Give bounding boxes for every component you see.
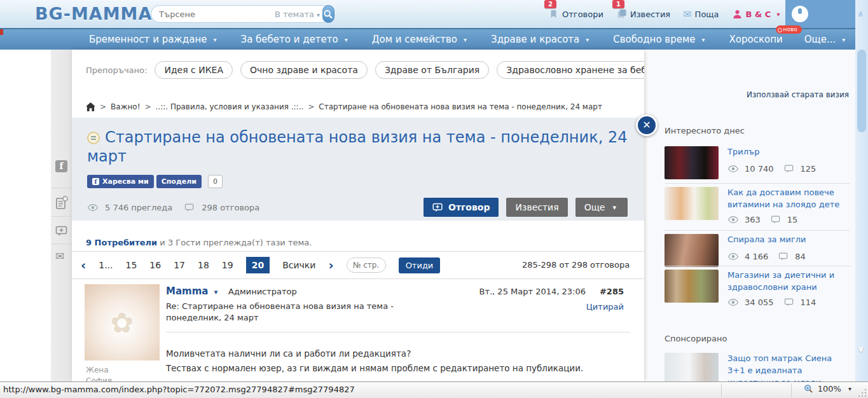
fb-share-button[interactable]: Сподели (156, 175, 202, 188)
prev-page-icon[interactable]: ‹ (81, 259, 86, 271)
page-15[interactable]: 15 (126, 260, 137, 270)
search-scope-label: В темата (275, 10, 314, 19)
divider (72, 278, 644, 279)
thumbnail-thriller[interactable] (665, 146, 719, 179)
menu-notifications[interactable]: 1 Известия (616, 9, 670, 19)
eye-icon (87, 203, 99, 212)
hand-icon[interactable] (792, 6, 808, 22)
replies-count-badge: 2 (544, 0, 556, 8)
scroll-up-icon[interactable]: ∧ (857, 9, 864, 18)
current-page: 20 (246, 257, 270, 273)
fb-like-button[interactable]: fХаресва ми (87, 175, 154, 188)
page-scrollbar[interactable]: ∧ ∨ (855, 0, 868, 381)
more-button[interactable]: Още ▾ (575, 198, 628, 217)
breadcrumb-separator: > (308, 102, 314, 111)
notifications-button[interactable]: Известия (506, 198, 567, 217)
site-logo[interactable]: BG-MAMMA (35, 4, 152, 24)
breadcrumb-separator: > (100, 102, 106, 111)
item-stats: 4 166 84 (727, 252, 806, 261)
thumbnail-stores[interactable] (665, 270, 719, 303)
more-label: Още (584, 202, 605, 212)
nav-baby[interactable]: За бебето и детето▾ (241, 34, 350, 45)
nav-health-beauty[interactable]: Здраве и красота▾ (491, 34, 591, 45)
profile-menu[interactable]: B & C ▾ (732, 9, 783, 19)
menu-replies[interactable]: 2 Отговори (548, 9, 603, 19)
thumbnail-mascara[interactable] (665, 234, 719, 267)
search-box: В темата▾ (151, 5, 331, 23)
nav-free-time[interactable]: Свободно време▾ (613, 34, 707, 45)
home-icon[interactable] (86, 102, 95, 111)
facebook-row: fХаресва ми Сподели 0 (87, 175, 223, 188)
chevron-down-icon: ▾ (848, 385, 851, 392)
page-17[interactable]: 17 (174, 260, 185, 270)
envelope-icon[interactable]: ✉ (55, 250, 64, 263)
close-button[interactable]: ✕ (636, 114, 658, 136)
next-page-icon[interactable]: › (328, 259, 333, 271)
facebook-icon[interactable]: f (55, 160, 67, 172)
notifications-count-badge: 1 (612, 0, 624, 8)
chevron-down-icon: ▾ (464, 36, 467, 43)
breadcrumb-rules[interactable]: ..::. Правила, условия и указания .::.. (156, 102, 304, 111)
page-number-input[interactable] (347, 257, 386, 273)
scroll-down-icon[interactable]: ∨ (857, 343, 864, 353)
comments-count: 15 (787, 215, 798, 224)
scrollbar-thumb[interactable] (857, 50, 866, 132)
nav-home-family[interactable]: Дом и семейство▾ (372, 34, 469, 45)
top-header: BG-MAMMA В темата▾ 2 Отговори 1 Известия… (0, 0, 855, 28)
zoom-control[interactable]: 100% ▾ (804, 384, 854, 394)
nav-pregnancy[interactable]: Бременност и раждане▾ (89, 34, 219, 45)
all-pages-link[interactable]: Всички (282, 260, 315, 270)
item-title[interactable]: Трилър (727, 146, 848, 158)
topic-panel: Препоръчано: Идея с ИКЕА Очно здраве и к… (72, 50, 644, 381)
note-star-icon[interactable] (55, 196, 68, 210)
list-item: Как да доставим повече витамини на злояд… (665, 187, 850, 226)
breadcrumb-important[interactable]: Важно! (111, 102, 140, 111)
viewers-users[interactable]: 9 Потребители (86, 238, 157, 247)
divider (72, 251, 644, 252)
menu-mail[interactable]: ✉ Поща (683, 8, 719, 20)
new-comment-icon[interactable] (55, 226, 68, 237)
post-date: Вт., 25 Март 2014, 23:06 (479, 287, 586, 296)
tag-ikea[interactable]: Идея с ИКЕА (155, 61, 233, 79)
page-1[interactable]: 1... (99, 260, 113, 270)
thumbnail-vitamins[interactable] (665, 187, 719, 220)
divider (665, 230, 850, 231)
nav-more[interactable]: Още...▾ (804, 34, 848, 45)
quote-link[interactable]: Цитирай (586, 302, 624, 312)
breadcrumb-separator: > (144, 102, 151, 111)
author-name: Mamma (166, 285, 208, 297)
zoom-icon (804, 384, 813, 394)
reply-icon (432, 203, 443, 212)
avatar: ✿ (85, 284, 160, 360)
topic-title-text: Стартиране на обновената нова визия на т… (87, 128, 627, 165)
interesting-heading: Интересното днес (665, 126, 745, 135)
mail-label: Поща (695, 10, 719, 19)
resize-grip[interactable] (858, 388, 867, 397)
search-scope-select[interactable]: В темата▾ (275, 10, 322, 19)
page-19[interactable]: 19 (222, 260, 233, 270)
item-title[interactable]: Спирала за мигли (727, 234, 848, 246)
item-title[interactable]: Как да доставим повече витамини на злояд… (727, 187, 848, 211)
page-16[interactable]: 16 (149, 260, 161, 270)
tag-baby-food[interactable]: Здравословно хранене за бебета (497, 61, 644, 79)
chevron-down-icon: ▾ (612, 203, 616, 212)
tag-health-bulgaria[interactable]: Здраве от България (375, 61, 489, 79)
nav-horoscopes[interactable]: Хороскопи ново (729, 34, 783, 45)
item-stats: 10 740 125 (727, 164, 816, 174)
search-input[interactable] (151, 10, 275, 19)
comment-icon (770, 216, 782, 224)
reply-button[interactable]: Отговор (424, 198, 499, 217)
item-stats: 363 15 (727, 215, 797, 224)
post-author[interactable]: Mamma ▾ (166, 285, 220, 297)
old-design-link[interactable]: Използвай старата визия (747, 90, 849, 99)
item-title[interactable]: Магазини за диетични и здравословни хран… (727, 270, 848, 294)
eye-icon (727, 165, 739, 173)
chevron-down-icon: ▾ (214, 288, 218, 296)
page-title: Стартиране на обновената нова визия на т… (72, 118, 644, 166)
author-role: Администратор (228, 287, 297, 296)
tag-eye-health[interactable]: Очно здраве и красота (240, 61, 368, 79)
go-button[interactable]: Отиди (399, 257, 441, 273)
page-18[interactable]: 18 (198, 260, 209, 270)
divider (721, 383, 722, 397)
search-button[interactable] (322, 5, 334, 23)
